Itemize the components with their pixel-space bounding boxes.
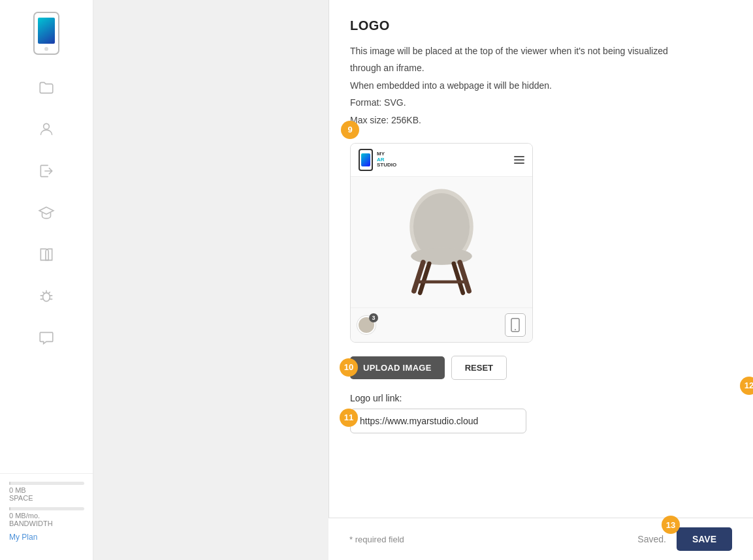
required-field-text: * required field bbox=[349, 535, 404, 544]
swatch-badge: 3 bbox=[369, 313, 378, 322]
description-line1: This image will be placed at the top of … bbox=[350, 44, 732, 58]
page-title: LOGO bbox=[350, 18, 732, 33]
svg-point-2 bbox=[44, 47, 48, 51]
app-logo bbox=[27, 10, 66, 56]
image-preview-box: MY AR STUDIO bbox=[350, 143, 533, 343]
bandwidth-section: 0 MB/mo. BANDWIDTH bbox=[9, 507, 84, 527]
right-panel: LOGO This image will be placed at the to… bbox=[328, 0, 753, 518]
sidebar-item-learn[interactable] bbox=[35, 201, 58, 225]
my-plan-link[interactable]: My Plan bbox=[9, 533, 84, 542]
preview-brand-text: MY AR STUDIO bbox=[377, 151, 396, 168]
svg-point-4 bbox=[43, 293, 50, 302]
reset-button[interactable]: RESET bbox=[451, 356, 507, 380]
url-label: Logo url link: bbox=[350, 393, 732, 403]
device-icon-button[interactable] bbox=[505, 313, 526, 337]
svg-point-7 bbox=[411, 247, 472, 264]
sidebar-item-account[interactable] bbox=[35, 117, 58, 141]
preview-logo-area: MY AR STUDIO bbox=[359, 149, 396, 171]
sidebar-item-debug[interactable] bbox=[35, 285, 58, 308]
preview-phone-icon bbox=[359, 149, 373, 171]
sidebar: 0 MB SPACE 0 MB/mo. BANDWIDTH My Plan bbox=[0, 0, 93, 560]
space-progress-fill bbox=[9, 482, 10, 485]
preview-header: MY AR STUDIO bbox=[351, 144, 532, 177]
description-line2: through an iframe. bbox=[350, 61, 732, 75]
svg-point-3 bbox=[44, 123, 50, 129]
sidebar-nav bbox=[35, 76, 58, 473]
sidebar-item-docs[interactable] bbox=[35, 243, 58, 266]
chair-image-area bbox=[351, 177, 532, 307]
sidebar-item-logout[interactable] bbox=[35, 159, 58, 183]
color-swatch-wrap: 3 bbox=[357, 316, 376, 334]
sidebar-bottom: 0 MB SPACE 0 MB/mo. BANDWIDTH My Plan bbox=[0, 473, 93, 550]
sidebar-item-files[interactable] bbox=[35, 76, 58, 99]
bandwidth-progress-track bbox=[9, 507, 84, 510]
space-label: 0 MB SPACE bbox=[9, 486, 84, 502]
chair-illustration bbox=[393, 183, 490, 301]
upload-image-button[interactable]: UPLOAD IMAGE bbox=[350, 356, 445, 379]
bandwidth-label: 0 MB/mo. BANDWIDTH bbox=[9, 512, 84, 527]
footer-right: Saved. 13 SAVE bbox=[637, 527, 732, 551]
preview-footer: 3 bbox=[351, 307, 532, 342]
save-button[interactable]: SAVE bbox=[677, 527, 732, 551]
menu-icon[interactable] bbox=[514, 156, 524, 164]
space-progress-track bbox=[9, 482, 84, 485]
color-swatch-area: 3 bbox=[357, 316, 376, 334]
svg-rect-1 bbox=[38, 18, 55, 44]
url-input[interactable] bbox=[350, 409, 526, 433]
format-label: Format: SVG. bbox=[350, 95, 732, 110]
max-size-label: Max size: 256KB. bbox=[350, 113, 732, 127]
svg-point-14 bbox=[515, 329, 516, 330]
saved-status: Saved. bbox=[637, 534, 666, 544]
sidebar-item-chat[interactable] bbox=[35, 326, 58, 350]
space-section: 0 MB SPACE bbox=[9, 482, 84, 502]
bandwidth-progress-fill bbox=[9, 507, 10, 510]
annotation-12: 12 bbox=[740, 377, 753, 395]
footer-bar: * required field Saved. 13 SAVE bbox=[328, 518, 753, 560]
brand-studio: STUDIO bbox=[377, 163, 396, 168]
left-panel bbox=[93, 0, 328, 560]
description-line3: When embedded into a webpage it will be … bbox=[350, 78, 732, 93]
